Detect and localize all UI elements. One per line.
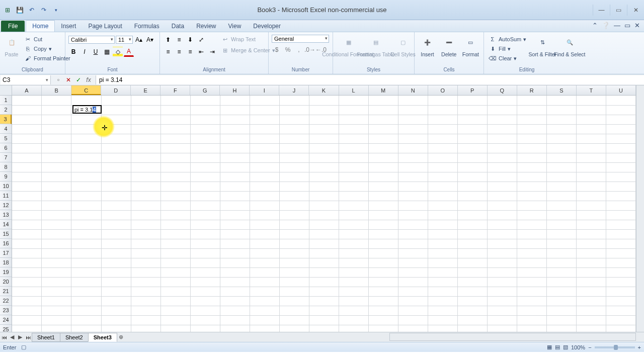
cell-M9[interactable] [368, 172, 398, 182]
cell-R7[interactable] [517, 153, 546, 162]
cell-D14[interactable] [101, 220, 131, 229]
cell-E2[interactable] [131, 105, 160, 115]
cell-I11[interactable] [250, 191, 279, 201]
cell-J2[interactable] [279, 105, 309, 115]
cell-C17[interactable] [71, 248, 101, 258]
cell-O16[interactable] [428, 239, 457, 248]
cell-N3[interactable] [398, 115, 428, 124]
cell-H4[interactable] [220, 124, 250, 134]
row-header-11[interactable]: 11 [0, 191, 12, 201]
cell-D22[interactable] [101, 296, 131, 306]
cell-M7[interactable] [368, 153, 398, 162]
col-header-Q[interactable]: Q [488, 85, 517, 95]
cell-J18[interactable] [279, 258, 309, 267]
cell-N19[interactable] [398, 267, 428, 277]
cell-T17[interactable] [576, 248, 606, 258]
cell-N23[interactable] [398, 306, 428, 315]
cell-N7[interactable] [398, 153, 428, 162]
help-icon[interactable]: ❔ [602, 22, 610, 29]
cell-C1[interactable] [71, 96, 101, 105]
cell-U15[interactable] [606, 229, 635, 239]
fx-dropdown-icon[interactable]: ⚬ [53, 76, 63, 83]
cell-P8[interactable] [457, 162, 487, 172]
cell-R2[interactable] [517, 105, 546, 115]
cell-R25[interactable] [517, 325, 546, 332]
cell-I23[interactable] [250, 306, 279, 315]
cell-R15[interactable] [517, 229, 546, 239]
cell-T7[interactable] [576, 153, 606, 162]
enter-icon[interactable]: ✓ [73, 76, 84, 83]
cell-P18[interactable] [457, 258, 487, 267]
cell-T12[interactable] [576, 201, 606, 210]
cell-B9[interactable] [42, 172, 71, 182]
cell-K22[interactable] [309, 296, 339, 306]
cell-K17[interactable] [309, 248, 339, 258]
cells-area[interactable]: pi = 3.14 pi = 3.14 ✛ [12, 96, 636, 332]
cell-M21[interactable] [368, 287, 398, 296]
cell-H22[interactable] [220, 296, 250, 306]
cell-M14[interactable] [368, 220, 398, 229]
minimize-ribbon-icon[interactable]: ⌃ [592, 22, 598, 29]
cell-T4[interactable] [576, 124, 606, 134]
cell-B14[interactable] [42, 220, 71, 229]
cell-C4[interactable] [71, 124, 101, 134]
cell-M2[interactable] [368, 105, 398, 115]
cell-E12[interactable] [131, 201, 160, 210]
cell-H3[interactable] [220, 115, 250, 124]
cell-E16[interactable] [131, 239, 160, 248]
col-header-M[interactable]: M [369, 85, 398, 95]
cell-U4[interactable] [606, 124, 635, 134]
cell-S9[interactable] [546, 172, 576, 182]
cell-Q14[interactable] [487, 220, 517, 229]
cell-K2[interactable] [309, 105, 339, 115]
cell-U18[interactable] [606, 258, 635, 267]
cell-A12[interactable] [12, 201, 42, 210]
cell-T9[interactable] [576, 172, 606, 182]
cell-N10[interactable] [398, 182, 428, 191]
cell-H11[interactable] [220, 191, 250, 201]
cell-T15[interactable] [576, 229, 606, 239]
cell-A1[interactable] [12, 96, 42, 105]
cell-K9[interactable] [309, 172, 339, 182]
cell-G14[interactable] [190, 220, 220, 229]
cell-G22[interactable] [190, 296, 220, 306]
cell-J13[interactable] [279, 210, 309, 220]
cell-L25[interactable] [339, 325, 368, 332]
cell-Q22[interactable] [487, 296, 517, 306]
cell-E18[interactable] [131, 258, 160, 267]
cell-U3[interactable] [606, 115, 635, 124]
cell-F18[interactable] [160, 258, 190, 267]
cell-F20[interactable] [160, 277, 190, 287]
cell-E23[interactable] [131, 306, 160, 315]
cell-F10[interactable] [160, 182, 190, 191]
redo-icon[interactable]: ↷ [39, 6, 48, 15]
cell-F14[interactable] [160, 220, 190, 229]
cell-H24[interactable] [220, 315, 250, 325]
cell-J19[interactable] [279, 267, 309, 277]
cell-P20[interactable] [457, 277, 487, 287]
align-left-icon[interactable]: ≡ [163, 47, 173, 57]
cell-M12[interactable] [368, 201, 398, 210]
new-sheet-icon[interactable]: ⊕ [117, 334, 125, 340]
cell-P14[interactable] [457, 220, 487, 229]
cell-P12[interactable] [457, 201, 487, 210]
cell-L10[interactable] [339, 182, 368, 191]
cell-S24[interactable] [546, 315, 576, 325]
cell-O4[interactable] [428, 124, 457, 134]
cell-T10[interactable] [576, 182, 606, 191]
cell-P4[interactable] [457, 124, 487, 134]
cell-Q2[interactable] [487, 105, 517, 115]
cell-G18[interactable] [190, 258, 220, 267]
cell-U17[interactable] [606, 248, 635, 258]
cell-E5[interactable] [131, 134, 160, 143]
cell-D7[interactable] [101, 153, 131, 162]
cell-H20[interactable] [220, 277, 250, 287]
cell-P16[interactable] [457, 239, 487, 248]
cell-C7[interactable] [71, 153, 101, 162]
cell-P5[interactable] [457, 134, 487, 143]
cell-P13[interactable] [457, 210, 487, 220]
cell-D18[interactable] [101, 258, 131, 267]
cell-K3[interactable] [309, 115, 339, 124]
cell-C19[interactable] [71, 267, 101, 277]
cell-D25[interactable] [101, 325, 131, 332]
